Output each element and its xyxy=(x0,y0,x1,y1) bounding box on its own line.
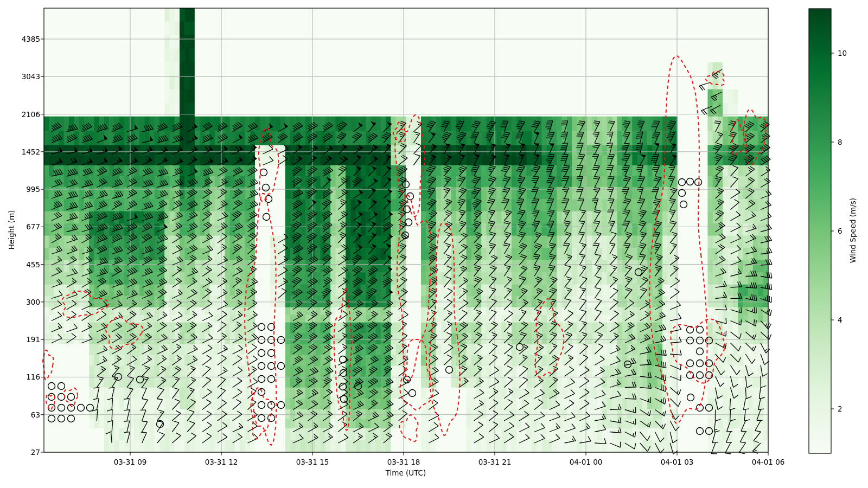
y-tick-label: 191 xyxy=(8,336,40,344)
y-tick-label: 455 xyxy=(8,260,40,268)
y-tick-label: 3043 xyxy=(8,73,40,81)
colorbar-tick-label: 2 xyxy=(838,405,843,413)
x-tick-label: 03-31 15 xyxy=(296,458,329,466)
colorbar-tick-label: 10 xyxy=(838,49,847,57)
colorbar-tick-label: 6 xyxy=(838,227,843,235)
colorbar-tick-label: 8 xyxy=(838,138,843,146)
colorbar-tick-label: 4 xyxy=(838,316,843,324)
y-tick-label: 300 xyxy=(8,298,40,306)
y-tick-label: 116 xyxy=(8,373,40,381)
y-tick-label: 4385 xyxy=(8,35,40,43)
x-axis-title: Time (UTC) xyxy=(386,468,426,477)
x-tick-label: 04-01 03 xyxy=(661,458,694,466)
x-tick-label: 04-01 00 xyxy=(570,458,603,466)
y-tick-label: 2106 xyxy=(8,110,40,118)
x-tick-label: 03-31 09 xyxy=(114,458,147,466)
x-tick-label: 03-31 21 xyxy=(478,458,512,466)
colorbar-title: Wind Speed (m/s) xyxy=(848,198,857,263)
figure: 03-31 0903-31 1203-31 1503-31 1803-31 21… xyxy=(0,0,868,488)
x-tick-label: 03-31 18 xyxy=(387,458,420,466)
x-tick-label: 04-01 06 xyxy=(752,458,785,466)
x-tick-label: 03-31 12 xyxy=(205,458,238,466)
y-axis-title: Height (m) xyxy=(7,210,16,250)
y-tick-label: 27 xyxy=(8,448,40,457)
wind-profile-chart-canvas xyxy=(0,0,868,488)
y-tick-label: 1452 xyxy=(8,147,40,156)
y-tick-label: 63 xyxy=(8,410,40,419)
y-tick-label: 995 xyxy=(8,185,40,194)
